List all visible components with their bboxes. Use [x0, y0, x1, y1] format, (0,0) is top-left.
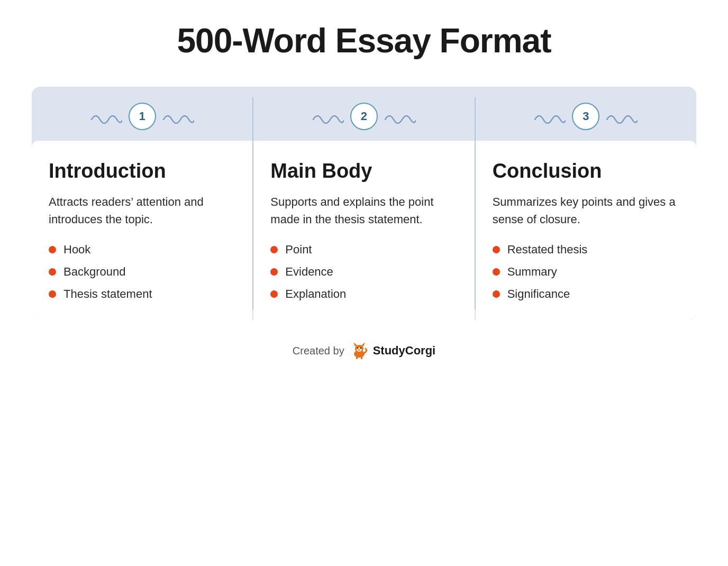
card-1: Introduction Attracts readers’ attention… [32, 141, 252, 320]
step-number-1: 1 [129, 103, 156, 130]
bullet-text: Significance [507, 287, 570, 301]
bullet-dot [270, 290, 278, 298]
bullet-dot [49, 268, 56, 276]
bullet-dot [49, 290, 56, 298]
wavy-right-2 [384, 109, 416, 124]
step-number-2: 2 [350, 103, 378, 130]
studycorgi-icon [350, 341, 369, 360]
bullet-text: Hook [63, 243, 90, 257]
list-item: Restated thesis [493, 243, 679, 257]
card-description-1: Attracts readers’ attention and introduc… [49, 193, 235, 228]
bullet-text: Point [285, 243, 312, 257]
svg-point-7 [358, 350, 360, 351]
card-title-2: Main Body [270, 160, 457, 182]
list-item: Hook [49, 243, 235, 257]
column-2: 2 Main Body Supports and explains the po… [253, 87, 474, 320]
wavy-left-2 [312, 109, 344, 124]
step-number-3: 3 [572, 103, 599, 130]
list-item: Significance [493, 287, 679, 301]
list-item: Background [49, 265, 235, 279]
footer-created-by: Created by [293, 345, 344, 357]
footer-logo: StudyCorgi [350, 341, 436, 360]
card-3: Conclusion Summarizes key points and giv… [476, 141, 696, 320]
step-header-3: 3 [476, 103, 696, 130]
card-title-1: Introduction [49, 160, 235, 182]
list-item: Summary [493, 265, 679, 279]
list-item: Explanation [270, 287, 457, 301]
bullet-list-3: Restated thesis Summary Significance [493, 243, 679, 301]
bullet-dot [49, 246, 56, 253]
svg-rect-9 [361, 356, 362, 359]
columns-container: 1 Introduction Attracts readers’ attenti… [32, 87, 696, 320]
card-description-2: Supports and explains the point made in … [270, 193, 457, 228]
bullet-dot [493, 290, 500, 298]
wavy-right-3 [606, 109, 638, 124]
card-2: Main Body Supports and explains the poin… [253, 141, 474, 320]
bullet-list-2: Point Evidence Explanation [270, 243, 457, 301]
column-1: 1 Introduction Attracts readers’ attenti… [32, 87, 252, 320]
bullet-text: Evidence [285, 265, 333, 279]
card-description-3: Summarizes key points and gives a sense … [493, 193, 679, 228]
bullet-dot [493, 246, 500, 253]
bullet-dot [270, 246, 278, 253]
svg-point-5 [357, 348, 358, 349]
step-header-1: 1 [32, 103, 252, 130]
bullet-dot [493, 268, 500, 276]
footer-brand-name: StudyCorgi [373, 344, 436, 358]
footer: Created by StudyCorgi [293, 341, 435, 360]
list-item: Thesis statement [49, 287, 235, 301]
bullet-list-1: Hook Background Thesis statement [49, 243, 235, 301]
bullet-text: Restated thesis [507, 243, 588, 257]
svg-rect-8 [356, 356, 358, 359]
card-title-3: Conclusion [493, 160, 679, 182]
list-item: Evidence [270, 265, 457, 279]
list-item: Point [270, 243, 457, 257]
bullet-text: Thesis statement [63, 287, 152, 301]
bullet-text: Explanation [285, 287, 346, 301]
wavy-left-1 [90, 109, 122, 124]
page-title: 500-Word Essay Format [177, 21, 551, 60]
bullet-text: Background [63, 265, 125, 279]
bullet-dot [270, 268, 278, 276]
bullet-text: Summary [507, 265, 557, 279]
svg-point-6 [360, 348, 361, 349]
wavy-right-1 [162, 109, 194, 124]
wavy-left-3 [534, 109, 566, 124]
column-3: 3 Conclusion Summarizes key points and g… [476, 87, 696, 320]
step-header-2: 2 [253, 103, 474, 130]
